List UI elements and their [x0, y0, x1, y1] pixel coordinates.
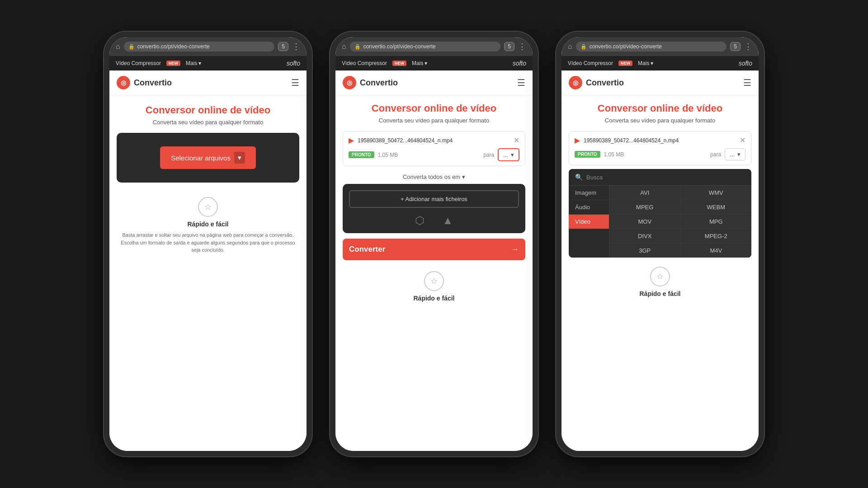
- url-text-1: convertio.co/pt/video-converte: [137, 43, 210, 50]
- format-tag-wmv[interactable]: WMV: [681, 186, 752, 200]
- file-play-icon: ▶: [349, 136, 354, 145]
- url-bar-2[interactable]: 🔒 convertio.co/pt/video-converte: [350, 42, 501, 52]
- mais-btn-3[interactable]: Mais ▾: [638, 60, 653, 66]
- tab-count-3[interactable]: 5: [730, 42, 741, 51]
- menu-dots-3[interactable]: ⋮: [744, 42, 752, 52]
- file-item-3: ▶ 195890389_50472...464804524_n.mp4 ✕ PR…: [569, 131, 751, 165]
- top-nav-2: Vídeo Compressor NEW Mais ▾ softo: [335, 56, 533, 70]
- format-tag-m4v[interactable]: M4V: [681, 244, 752, 258]
- add-more-btn[interactable]: + Adicionar mais ficheiros: [349, 190, 519, 208]
- format-tag-mpeg[interactable]: MPEG: [609, 200, 680, 214]
- feature-desc-1: Basta arrastar e soltar seu arquivo na p…: [117, 231, 299, 254]
- home-icon-2[interactable]: ⌂: [342, 42, 346, 51]
- logo-2[interactable]: ◎ Convertio: [343, 76, 398, 89]
- top-nav-3: Vídeo Compressor NEW Mais ▾ softo: [561, 56, 759, 70]
- home-icon[interactable]: ⌂: [116, 42, 120, 51]
- compressor-link-1[interactable]: Vídeo Compressor: [116, 60, 161, 66]
- tab-count-2[interactable]: 5: [504, 42, 514, 51]
- formats-col: AVIWMVMPEGWEBMMOVMPGDIVXMPEG-23GPM4V: [609, 186, 751, 258]
- file-name-2: 195890389_50472...464804524_n.mp4: [358, 137, 510, 144]
- page-title-2: Conversor online de vídeo: [372, 103, 496, 114]
- hamburger-1[interactable]: ☰: [291, 77, 299, 88]
- para-label-3: para: [710, 151, 721, 158]
- format-tag-avi[interactable]: AVI: [609, 186, 680, 200]
- format-select-2[interactable]: ... ▾: [498, 148, 519, 161]
- googledrive-icon[interactable]: ▲: [443, 214, 453, 227]
- url-bar-1[interactable]: 🔒 convertio.co/pt/video-converte: [124, 42, 275, 52]
- logo-icon-3: ◎: [569, 76, 582, 89]
- logo-icon-2: ◎: [343, 76, 356, 89]
- format-tag-mpg[interactable]: MPG: [681, 215, 752, 229]
- format-tag-3gp[interactable]: 3GP: [609, 244, 680, 258]
- file-size-2: 1.05 MB: [378, 152, 398, 158]
- page-subtitle-3: Converta seu vídeo para qualquer formato: [605, 117, 715, 124]
- browser-chrome-2: ⌂ 🔒 convertio.co/pt/video-converte 5 ⋮: [335, 37, 533, 56]
- format-dropdown-panel[interactable]: 🔍 Busca Imagem Áudio Vídeo ›: [569, 169, 751, 258]
- file-name-3: 195890389_50472...464804524_n.mp4: [584, 137, 736, 144]
- mais-btn-2[interactable]: Mais ▾: [412, 60, 427, 66]
- main-content-3: Conversor online de vídeo Converta seu v…: [561, 95, 759, 451]
- new-badge-2: NEW: [392, 61, 406, 66]
- file-close-btn[interactable]: ✕: [514, 136, 519, 145]
- logo-1[interactable]: ◎ Convertio: [117, 76, 172, 89]
- page-title-1: Conversor online de vídeo: [146, 104, 270, 116]
- phone-2: ⌂ 🔒 convertio.co/pt/video-converte 5 ⋮ V…: [330, 32, 538, 456]
- category-image[interactable]: Imagem: [569, 186, 609, 200]
- upload-area-1: Selecionar arquivos ▾: [117, 133, 299, 183]
- feature-fast-3: ☆ Rápido e fácil: [639, 267, 680, 297]
- tab-count-1[interactable]: 5: [278, 42, 288, 51]
- menu-dots-1[interactable]: ⋮: [292, 42, 300, 52]
- softo-brand-3: softo: [739, 60, 752, 67]
- feature-fast-1: ☆ Rápido e fácil Basta arrastar e soltar…: [117, 197, 299, 254]
- file-item-2: ▶ 195890389_50472...464804524_n.mp4 ✕ PR…: [343, 131, 525, 166]
- logo-3[interactable]: ◎ Convertio: [569, 76, 624, 89]
- page-subtitle-1: Converta seu vídeo para qualquer formato: [153, 119, 263, 126]
- category-audio[interactable]: Áudio: [569, 200, 609, 215]
- phone-3: ⌂ 🔒 convertio.co/pt/video-converte 5 ⋮ V…: [556, 32, 764, 456]
- url-bar-3[interactable]: 🔒 convertio.co/pt/video-converte: [576, 42, 727, 52]
- star-icon-1: ☆: [198, 197, 218, 217]
- format-tag-mpeg-2[interactable]: MPEG-2: [681, 229, 752, 243]
- file-size-3: 1.05 MB: [604, 151, 624, 158]
- new-badge-3: NEW: [618, 61, 632, 66]
- site-header-3: ◎ Convertio ☰: [561, 70, 759, 95]
- home-icon-3[interactable]: ⌂: [568, 42, 572, 51]
- logo-text-2: Convertio: [360, 78, 398, 88]
- format-select-3[interactable]: ... ▾: [725, 148, 745, 160]
- mais-btn-1[interactable]: Mais ▾: [186, 60, 201, 66]
- lock-icon-3: 🔒: [580, 44, 587, 50]
- format-tag-mov[interactable]: MOV: [609, 215, 680, 229]
- convert-all-bar[interactable]: Converta todos os em ▾: [343, 170, 525, 184]
- format-tag-divx[interactable]: DIVX: [609, 229, 680, 243]
- search-input-3[interactable]: Busca: [586, 174, 603, 181]
- star-icon-2: ☆: [424, 271, 444, 291]
- logo-text-3: Convertio: [586, 78, 624, 88]
- hamburger-3[interactable]: ☰: [743, 77, 751, 88]
- para-label-2: para: [483, 152, 494, 158]
- format-tag-webm[interactable]: WEBM: [681, 200, 752, 214]
- dropdown-layout: Imagem Áudio Vídeo › AVIWMVMPEGWEBMMOVMP…: [569, 186, 751, 258]
- select-dropdown-arrow[interactable]: ▾: [234, 152, 245, 164]
- dropbox-icon[interactable]: ⬡: [415, 214, 425, 227]
- page-title-3: Conversor online de vídeo: [598, 103, 722, 114]
- lock-icon-2: 🔒: [354, 44, 361, 50]
- feature-title-1: Rápido e fácil: [187, 221, 228, 228]
- compressor-link-2[interactable]: Vídeo Compressor: [342, 60, 387, 66]
- url-text-2: convertio.co/pt/video-converte: [363, 43, 436, 50]
- category-video[interactable]: Vídeo ›: [569, 215, 609, 229]
- feature-title-3: Rápido e fácil: [639, 290, 680, 297]
- pronto-badge-3: PRONTO: [575, 151, 600, 158]
- select-files-btn[interactable]: Selecionar arquivos ▾: [160, 146, 256, 169]
- menu-dots-2[interactable]: ⋮: [518, 42, 526, 52]
- file-close-btn-3[interactable]: ✕: [740, 136, 745, 145]
- action-area-2: + Adicionar mais ficheiros ⬡ ▲: [343, 184, 525, 233]
- file-play-icon-3: ▶: [575, 136, 580, 145]
- feature-title-2: Rápido e fácil: [413, 295, 454, 302]
- convert-btn[interactable]: Converter →: [343, 239, 525, 260]
- softo-brand-2: softo: [513, 60, 526, 67]
- phone-1: ⌂ 🔒 convertio.co/pt/video-converte 5 ⋮ V…: [104, 32, 312, 456]
- site-header-2: ◎ Convertio ☰: [335, 70, 533, 95]
- pronto-badge-2: PRONTO: [349, 151, 374, 158]
- hamburger-2[interactable]: ☰: [517, 77, 525, 88]
- compressor-link-3[interactable]: Vídeo Compressor: [568, 60, 613, 66]
